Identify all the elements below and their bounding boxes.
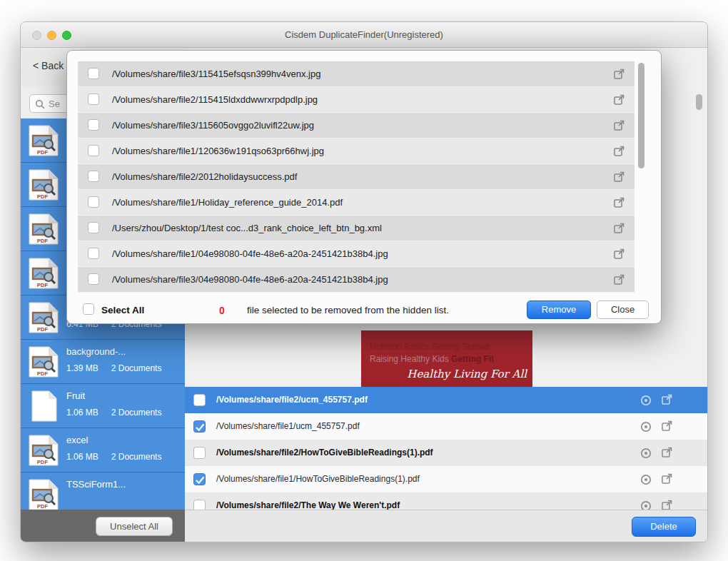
file-path: /Volumes/share/file3/115415efsqsn399hv4v…	[112, 69, 320, 79]
checkbox[interactable]	[88, 145, 99, 156]
file-name: TSSciForm1...	[66, 479, 126, 490]
open-external-icon[interactable]	[614, 146, 625, 159]
preview-eye-icon[interactable]	[640, 474, 652, 488]
doc-count: 2 Documents	[111, 452, 162, 462]
footer-message: file selected to be removed from the hid…	[247, 305, 449, 315]
list-item[interactable]: /Volumes/share/file2/115415ldxddwwrxrpdp…	[78, 87, 635, 113]
pdf-file-icon	[28, 302, 59, 333]
select-all-checkbox[interactable]	[83, 303, 94, 315]
table-row[interactable]: /Volumes/share/file2/HowToGiveBibleReadi…	[185, 440, 708, 466]
table-row[interactable]: /Volumes/share/file1/ucm_455757.pdf	[185, 413, 708, 440]
delete-button[interactable]: Delete	[632, 517, 696, 537]
list-item[interactable]: /Volumes/share/file3/115415efsqsn399hv4v…	[78, 61, 635, 87]
file-path: /Users/zhou/Desktop/1/test coc...d3_rank…	[112, 223, 382, 233]
open-external-icon[interactable]	[614, 94, 625, 108]
checkbox[interactable]	[88, 273, 99, 285]
doc-count: 2 Documents	[111, 363, 162, 373]
preview-eye-icon[interactable]	[640, 448, 652, 462]
open-external-icon[interactable]	[614, 69, 625, 82]
hidden-list-dialog: /Volumes/share/file3/115415efsqsn399hv4v…	[66, 50, 662, 324]
pdf-file-icon	[28, 258, 59, 289]
open-external-icon[interactable]	[662, 394, 672, 408]
pdf-file-icon	[28, 125, 59, 156]
checkbox[interactable]	[193, 447, 206, 459]
preview-eye-icon[interactable]	[640, 421, 652, 435]
pdf-file-icon	[28, 435, 59, 466]
modal-footer-bar: Select All 0 file selected to be removed…	[67, 295, 661, 325]
checkbox[interactable]	[88, 248, 99, 259]
pdf-preview-image: Nutrition Basics Getting Started Raising…	[361, 330, 532, 388]
checkbox[interactable]	[88, 171, 99, 182]
open-external-icon[interactable]	[662, 473, 672, 487]
pdf-file-icon	[28, 213, 59, 245]
modal-scrollbar-thumb[interactable]	[638, 63, 644, 168]
table-row[interactable]: /Volumes/share/file2/ucm_455757.pdf	[185, 387, 708, 413]
file-path: /Volumes/share/file2/HowToGiveBibleReadi…	[216, 448, 433, 458]
list-item[interactable]: /Volumes/share/file1/Holiday_reference_g…	[78, 190, 635, 216]
list-item[interactable]: /Volumes/share/file2/2012holidaysuccess.…	[78, 164, 635, 190]
open-external-icon[interactable]	[662, 447, 672, 460]
file-size: 1.06 MB	[66, 452, 98, 462]
banner-script-text: Healthy Living For All	[407, 368, 527, 380]
unselect-all-button[interactable]: Unselect All	[96, 517, 173, 536]
checkbox[interactable]	[88, 68, 99, 79]
file-path: /Volumes/share/file1/04e98080-04fe-48e6-…	[112, 248, 388, 259]
sidebar-footer: Unselect All	[21, 510, 185, 542]
blank-file-icon	[28, 390, 59, 422]
banner-text: Raising Healthy Kids Getting Fit	[370, 354, 494, 364]
select-all-label: Select All	[101, 305, 144, 315]
main-footer: Delete	[185, 510, 708, 542]
pdf-file-icon	[28, 479, 59, 510]
close-button[interactable]: Close	[597, 300, 649, 319]
list-item[interactable]: Fruit 1.06 MB2 Documents	[21, 384, 185, 428]
pdf-file-icon	[28, 169, 59, 201]
back-button[interactable]: < Back	[33, 60, 64, 71]
file-name: background-...	[66, 346, 126, 357]
list-item[interactable]: background-... 1.39 MB2 Documents	[21, 340, 185, 384]
file-path: /Volumes/share/file1/120636w191qso63pr66…	[112, 146, 324, 156]
file-path: /Volumes/share/file1/HowToGiveBibleReadi…	[216, 474, 420, 484]
checkbox[interactable]	[193, 394, 206, 406]
list-item[interactable]: /Volumes/share/file1/120636w191qso63pr66…	[78, 138, 635, 164]
file-path: /Volumes/share/file1/Holiday_reference_g…	[112, 197, 343, 208]
preview-eye-icon[interactable]	[640, 395, 652, 409]
file-path: /Volumes/share/file1/ucm_455757.pdf	[216, 421, 360, 431]
search-placeholder: Se	[49, 98, 60, 109]
list-item[interactable]: TSSciForm1...	[21, 472, 185, 510]
search-icon	[35, 99, 45, 111]
checkbox[interactable]	[88, 196, 99, 208]
title-bar: Cisdem DuplicateFinder(Unregistered)	[21, 22, 707, 48]
file-path: /Volumes/share/file3/115605ovggo2luvifl2…	[112, 120, 314, 131]
file-path: /Volumes/share/file3/04e98080-04fe-48e6-…	[112, 274, 388, 285]
checkbox[interactable]	[193, 420, 206, 433]
file-name: Fruit	[66, 390, 85, 401]
list-item[interactable]: excel 1.06 MB2 Documents	[21, 428, 185, 472]
open-external-icon[interactable]	[662, 420, 672, 434]
file-path: /Volumes/share/file2/ucm_455757.pdf	[216, 395, 368, 405]
file-path: /Volumes/share/file2/The Way We Weren't.…	[216, 500, 400, 510]
checkbox[interactable]	[88, 119, 99, 131]
list-item[interactable]: /Volumes/share/file3/115605ovggo2luvifl2…	[78, 113, 635, 138]
pdf-file-icon	[28, 346, 59, 378]
checkbox[interactable]	[88, 222, 99, 233]
remove-button[interactable]: Remove	[527, 300, 591, 319]
file-path: /Volumes/share/file2/2012holidaysuccess.…	[112, 171, 297, 182]
checkbox[interactable]	[88, 94, 99, 105]
open-external-icon[interactable]	[614, 120, 625, 133]
table-row[interactable]: /Volumes/share/file1/HowToGiveBibleReadi…	[185, 466, 708, 492]
file-name: excel	[66, 435, 88, 445]
banner-text: Nutrition Basics Getting Started	[370, 342, 489, 352]
checkbox[interactable]	[193, 473, 206, 485]
doc-count: 2 Documents	[111, 408, 162, 418]
open-external-icon[interactable]	[614, 197, 625, 211]
open-external-icon[interactable]	[614, 171, 625, 185]
list-item[interactable]: /Users/zhou/Desktop/1/test coc...d3_rank…	[78, 216, 635, 241]
open-external-icon[interactable]	[614, 248, 625, 262]
list-item[interactable]: /Volumes/share/file1/04e98080-04fe-48e6-…	[78, 241, 635, 267]
file-size: 1.06 MB	[66, 408, 98, 418]
open-external-icon[interactable]	[614, 223, 625, 236]
hidden-file-list: /Volumes/share/file3/115415efsqsn399hv4v…	[78, 61, 635, 295]
window-scrollbar-thumb[interactable]	[696, 94, 702, 110]
open-external-icon[interactable]	[614, 274, 625, 288]
list-item[interactable]: /Volumes/share/file3/04e98080-04fe-48e6-…	[78, 267, 635, 293]
